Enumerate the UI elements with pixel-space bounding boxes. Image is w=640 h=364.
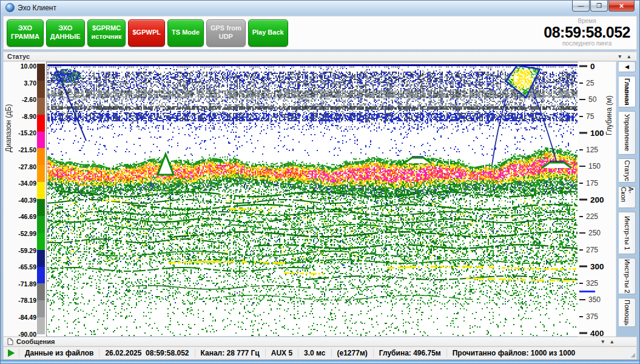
range-color-segment — [37, 250, 45, 267]
range-label: -84.49 — [18, 314, 36, 321]
tab-а-скоп[interactable]: А-Скоп — [619, 186, 636, 208]
range-color-segment — [37, 115, 45, 132]
tab-инстр-ты-2[interactable]: Инстр-ты 2 — [619, 258, 636, 294]
statusbar-item: Данные из файлов — [19, 349, 99, 357]
ping-time-block: Время 08:59:58.052 последнего пинга — [544, 18, 630, 47]
minimize-button[interactable]: — — [572, 1, 590, 12]
range-color-segment — [37, 165, 45, 182]
statusbar-item: (е1277м) — [331, 349, 373, 357]
echogram-canvas[interactable] — [47, 63, 579, 336]
range-label: -90.00 — [18, 331, 36, 338]
range-label: -8.90 — [22, 113, 36, 120]
status-header: Статус ▾ ▴ — [3, 52, 637, 61]
range-color-segment — [37, 199, 45, 216]
range-label: -2.60 — [22, 96, 36, 103]
depth-tick: 275 — [578, 246, 598, 254]
app-icon — [5, 3, 15, 12]
range-color-segment — [37, 81, 45, 98]
range-label: -65.59 — [18, 263, 36, 271]
toolbar-button[interactable]: ЭХОДАННЫЕ — [46, 19, 85, 47]
toolbar-button[interactable]: ЭХОГРАММА — [7, 19, 44, 47]
document-icon — [7, 338, 13, 345]
toolbar-button[interactable]: Play Back — [248, 19, 288, 47]
range-color-bar — [37, 64, 45, 334]
toolbar-button[interactable]: $GPRMCисточник — [87, 19, 126, 47]
resize-grip[interactable]: ◢ — [631, 352, 635, 358]
time-subcaption: последнего пинга — [544, 40, 630, 47]
tab-инстр-ты-1[interactable]: Инстр-ты 1 — [619, 212, 636, 254]
range-label: 10.00 — [21, 62, 36, 70]
statusbar-item: 26.02.2025 08:59:58.052 — [99, 349, 194, 357]
time-value: 08:59:58.052 — [544, 24, 630, 40]
range-scale-panel: Диапазон (дБ) 10.003.70-2.60-8.90-15.20-… — [3, 61, 46, 337]
statusbar-item: AUX 5 — [265, 349, 298, 357]
range-color-segment — [37, 64, 45, 81]
range-label: -40.39 — [18, 197, 36, 204]
statusbar-item: 3.0 мс — [298, 349, 331, 357]
toolbar-button[interactable]: GPS fromUDP — [206, 19, 246, 47]
range-scale-title: Диапазон (дБ) — [2, 64, 15, 192]
range-label: 3.70 — [24, 79, 36, 87]
statusbar: Данные из файлов26.02.2025 08:59:58.052К… — [3, 346, 637, 360]
range-color-segment — [37, 283, 45, 300]
range-label: -15.20 — [18, 129, 36, 136]
range-scale-labels: 10.003.70-2.60-8.90-15.20-21.50-27.80-34… — [13, 62, 36, 336]
range-color-segment — [37, 317, 45, 334]
titlebar: Эхо Клиент — ❐ × — [1, 1, 639, 15]
depth-tick: 200 — [578, 195, 604, 204]
range-label: -21.50 — [18, 146, 36, 153]
depth-tick: 325 — [578, 279, 598, 288]
window-bottom-border — [1, 360, 639, 363]
range-color-segment — [37, 182, 45, 199]
depth-tick: 125 — [578, 146, 598, 154]
range-color-segment — [37, 148, 45, 165]
depth-tick: 75 — [578, 112, 594, 121]
range-color-segment — [37, 132, 45, 149]
tab-статус[interactable]: Статус — [619, 158, 636, 183]
depth-tick: 50 — [578, 95, 596, 104]
range-label: -78.19 — [18, 297, 36, 304]
range-label: -71.89 — [18, 280, 36, 288]
toolbar-buttons: ЭХОГРАММАЭХОДАННЫЕ$GPRMCисточник$GPWPLTS… — [7, 19, 288, 47]
depth-tick: 175 — [578, 179, 598, 187]
depth-tick: 0 — [578, 62, 595, 71]
statusbar-item: Прочитанно файлов: 1000 из 1000 — [446, 349, 581, 357]
depth-marker — [579, 291, 595, 292]
range-label: -52.99 — [18, 230, 36, 237]
tab-collapse-button[interactable]: ◀ — [619, 61, 636, 72]
depth-tick: 225 — [578, 212, 598, 221]
statusbar-item: Канал: 28 777 Гц — [195, 349, 265, 357]
toolbar-button[interactable]: $GPWPL — [128, 19, 164, 47]
range-label: -46.69 — [18, 213, 36, 220]
depth-tick: 100 — [578, 129, 604, 138]
messages-bar[interactable]: Сообщения ▾ ▴ — [3, 337, 637, 346]
toolbar-button[interactable]: TS Mode — [167, 19, 204, 47]
depth-scale-title: Глубина (м) — [604, 67, 615, 164]
range-label: -34.09 — [18, 180, 36, 187]
tab-управление[interactable]: Управление — [619, 111, 636, 155]
app-window: Эхо Клиент — ❐ × ЭХОГРАММАЭХОДАННЫЕ$GPRM… — [0, 0, 640, 364]
depth-tick: 375 — [578, 312, 598, 321]
depth-tick: 300 — [578, 262, 604, 271]
toolbar-row: ЭХОГРАММАЭХОДАННЫЕ$GPRMCисточник$GPWPLTS… — [1, 15, 639, 52]
depth-tick: 150 — [578, 162, 601, 170]
range-label: -59.29 — [18, 247, 36, 254]
messages-bar-label: Сообщения — [16, 338, 55, 345]
depth-tick: 350 — [578, 295, 601, 304]
tab-помощь[interactable]: Помощь — [619, 298, 636, 327]
tab-strip: ◀ ГлавнаяУправлениеСтатусА-СкопИнстр-ты … — [616, 61, 637, 337]
range-color-segment — [37, 267, 45, 284]
tab-главная[interactable]: Главная — [619, 76, 636, 107]
status-collapse-arrows-icon[interactable]: ▾ ▴ — [618, 53, 633, 59]
statusbar-item: Глубина: 496.75м — [373, 349, 446, 357]
depth-tick: 250 — [578, 229, 601, 237]
maximize-button[interactable]: ❐ — [590, 1, 608, 12]
depth-tick: 25 — [578, 79, 594, 87]
echogram-panel[interactable] — [46, 62, 578, 336]
range-color-segment — [37, 233, 45, 250]
messages-collapse-arrows-icon[interactable]: ▾ ▴ — [601, 339, 616, 345]
depth-tick: 400 — [578, 329, 604, 338]
toolbar-panel: ЭХОГРАММАЭХОДАННЫЕ$GPRMCисточник$GPWPLTS… — [3, 16, 637, 50]
main-area: Диапазон (дБ) 10.003.70-2.60-8.90-15.20-… — [3, 61, 637, 337]
close-button[interactable]: × — [608, 1, 635, 12]
